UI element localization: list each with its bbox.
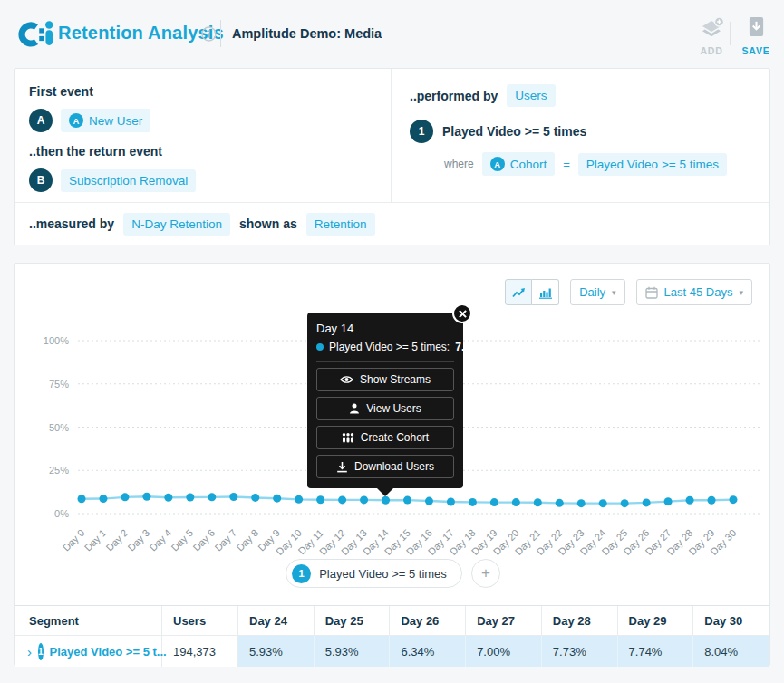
legend-row: 1 Played Video >= 5 times + [15, 559, 771, 588]
column-header-day25: Day 25 [315, 606, 391, 636]
table-header-row: Segment Users Day 24 Day 25 Day 26 Day 2… [15, 606, 769, 636]
segment-cell[interactable]: › 1 Played Video >= 5 t... [15, 636, 162, 667]
where-label: where [444, 158, 474, 170]
event-source-icon: A [69, 113, 83, 128]
column-header-segment: Segment [15, 606, 162, 636]
retention-table: Segment Users Day 24 Day 25 Day 26 Day 2… [15, 605, 769, 667]
tooltip-series-row: Played Video >= 5 times: 7.75% [316, 341, 454, 362]
close-icon[interactable] [452, 303, 472, 323]
row-series-badge: 1 [38, 643, 44, 660]
column-header-users: Users [162, 606, 238, 636]
measured-by-label: ..measured by [29, 216, 114, 231]
eye-icon [340, 375, 353, 384]
performed-by-pill[interactable]: Users [507, 84, 555, 107]
legend-series-label: Played Video >= 5 times [319, 567, 447, 581]
column-header-day27: Day 27 [466, 606, 542, 636]
where-property-pill[interactable]: A Cohort [482, 152, 556, 176]
tooltip-series-value: 7.75% [455, 341, 486, 353]
measured-by-pill[interactable]: N-Day Retention [123, 213, 230, 236]
add-layers-icon [700, 16, 724, 38]
event-b-label: Subscription Removal [69, 174, 188, 188]
where-value: Played Video >= 5 times [586, 158, 719, 171]
day29-cell: 7.74% [618, 636, 694, 667]
page-title: Retention Analysis [58, 23, 224, 43]
day24-cell: 5.93% [238, 636, 315, 667]
save-file-icon [748, 16, 765, 38]
performed-by-label: ..performed by [410, 89, 498, 103]
cohort-group-icon [342, 432, 354, 443]
project-name: Amplitude Demo: Media [232, 26, 382, 41]
return-event-row: B Subscription Removal [29, 168, 376, 192]
where-value-pill[interactable]: Played Video >= 5 times [578, 153, 727, 176]
svg-text:Day 0: Day 0 [61, 527, 87, 553]
measured-by-value: N-Day Retention [131, 217, 222, 231]
svg-text:25%: 25% [49, 465, 69, 476]
segment-row: 1 Played Video >= 5 times [410, 120, 769, 143]
svg-text:Day 1: Day 1 [82, 527, 109, 553]
day27-cell: 7.00% [466, 636, 542, 667]
where-clause: where A Cohort = Played Video >= 5 times [444, 152, 769, 176]
event-b-badge: B [29, 168, 53, 192]
first-event-row: A A New User [29, 109, 376, 132]
performed-by-value: Users [515, 89, 547, 102]
cohort-icon: A [490, 157, 505, 171]
retention-analysis-page: Retention Analysis Amplitude Demo: Media… [0, 0, 784, 683]
download-icon [336, 461, 348, 473]
query-builder-card: First event A A New User ..then the retu… [14, 68, 770, 245]
show-streams-button[interactable]: Show Streams [316, 368, 454, 391]
day28-cell: 7.73% [542, 636, 618, 667]
chevron-right-icon[interactable]: › [27, 645, 32, 659]
svg-text:Day 8: Day 8 [234, 527, 260, 553]
svg-text:Day 4: Day 4 [147, 527, 173, 553]
column-header-day24: Day 24 [238, 606, 315, 636]
measured-by-row: ..measured by N-Day Retention shown as R… [15, 202, 769, 245]
event-a-badge: A [29, 109, 53, 132]
add-series-button[interactable]: + [471, 559, 500, 588]
chart-card: Daily ▾ Last 45 Days ▾ 0%25%50%75%100%Da… [14, 263, 770, 666]
header-divider [220, 20, 221, 47]
event-a-pill[interactable]: A New User [61, 109, 150, 132]
shown-as-pill[interactable]: Retention [306, 213, 375, 236]
shown-as-value: Retention [315, 217, 367, 231]
table-row: › 1 Played Video >= 5 t... 194,373 5.93%… [15, 636, 769, 667]
svg-text:Day 3: Day 3 [125, 527, 151, 553]
where-operator[interactable]: = [563, 158, 570, 171]
day25-cell: 5.93% [315, 636, 391, 667]
shown-as-label: shown as [239, 216, 297, 231]
info-icon[interactable] [201, 26, 217, 45]
return-event-label: ..then the return event [29, 144, 376, 159]
column-header-day28: Day 28 [542, 606, 618, 636]
download-users-button[interactable]: Download Users [316, 455, 454, 478]
add-button[interactable]: ADD [692, 16, 731, 56]
tooltip-series-label: Played Video >= 5 times: [329, 341, 450, 353]
svg-text:50%: 50% [49, 422, 69, 433]
column-header-day29: Day 29 [618, 606, 694, 636]
view-users-button[interactable]: View Users [316, 397, 454, 420]
tooltip-title: Day 14 [316, 322, 454, 335]
header-button-separator [730, 22, 731, 45]
legend-series-pill[interactable]: 1 Played Video >= 5 times [286, 559, 462, 588]
svg-text:75%: 75% [49, 379, 69, 390]
segment-badge: 1 [410, 120, 433, 143]
events-panel: First event A A New User ..then the retu… [15, 69, 391, 202]
save-button[interactable]: SAVE [736, 16, 776, 56]
svg-text:Day 7: Day 7 [212, 527, 238, 553]
column-header-day30: Day 30 [693, 606, 769, 636]
chart-tooltip: Day 14 Played Video >= 5 times: 7.75% Sh… [307, 313, 463, 488]
legend-series-badge: 1 [292, 564, 311, 583]
app-header: Retention Analysis Amplitude Demo: Media… [0, 0, 784, 62]
event-b-pill[interactable]: Subscription Removal [61, 169, 196, 192]
users-cell: 194,373 [162, 636, 238, 667]
svg-text:100%: 100% [44, 335, 69, 346]
svg-text:0%: 0% [54, 508, 69, 519]
day30-cell: 8.04% [693, 636, 769, 667]
create-cohort-button[interactable]: Create Cohort [316, 426, 454, 449]
svg-text:Day 6: Day 6 [190, 527, 217, 553]
day26-cell: 6.34% [390, 636, 466, 667]
app-logo-icon [15, 17, 53, 54]
person-icon [349, 403, 360, 414]
segment-title: Played Video >= 5 times [442, 124, 586, 139]
column-header-day26: Day 26 [390, 606, 466, 636]
row-segment-label: Played Video >= 5 t... [50, 645, 167, 659]
event-a-label: New User [89, 114, 142, 128]
